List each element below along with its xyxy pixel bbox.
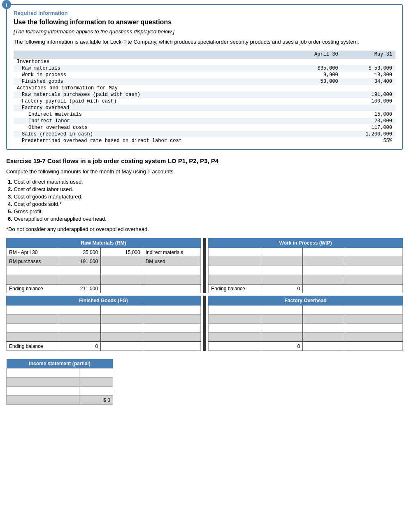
info-data-table: April 30 May 31 Inventories Raw material…: [14, 51, 395, 144]
t-left-label[interactable]: [209, 266, 261, 275]
t-left-val[interactable]: [59, 333, 101, 342]
t-left-label[interactable]: [7, 266, 59, 275]
t-right-label: [345, 333, 402, 342]
income-stmt-table: Income statement (partial) $ 0: [6, 359, 113, 405]
info-box: i Required information Use the following…: [6, 4, 403, 150]
t-left-val[interactable]: 0: [261, 284, 303, 293]
t-right-label: [143, 342, 200, 351]
info-row-april: [292, 124, 342, 131]
t-right-val[interactable]: [303, 257, 345, 266]
t-right-val[interactable]: [303, 342, 345, 351]
exercise-list-item: 4. Cost of goods sold.*: [8, 201, 403, 207]
income-val[interactable]: [79, 387, 113, 396]
exercise-list-item: 5. Gross profit.: [8, 208, 403, 215]
fo-title: Factory Overhead: [209, 296, 403, 306]
t-left-label[interactable]: [209, 333, 261, 342]
t-left-label[interactable]: [7, 275, 59, 284]
t-right-val[interactable]: [303, 306, 345, 315]
info-row-april: [292, 138, 342, 144]
info-row-may: 117,000: [342, 124, 395, 131]
t-left-val[interactable]: [59, 315, 101, 324]
t-right-val[interactable]: [101, 257, 143, 266]
info-row-may: [342, 58, 395, 65]
exercise-heading: Exercise 19-7 Cost flows in a job order …: [6, 157, 403, 164]
col-may: May 31: [342, 51, 395, 58]
t-left-label[interactable]: [7, 333, 59, 342]
t-left-val[interactable]: [261, 248, 303, 257]
income-val[interactable]: $ 0: [79, 396, 113, 405]
t-left-label[interactable]: [7, 324, 59, 333]
t-accounts-row-1: Raw Materials (RM) RM - April 30 35,000 …: [6, 238, 403, 293]
t-left-val[interactable]: 0: [261, 342, 303, 351]
income-statement-section: Income statement (partial) $ 0: [6, 359, 403, 405]
t-left-val[interactable]: [59, 275, 101, 284]
info-row-label: Activities and information for May: [14, 85, 292, 91]
t-left-val[interactable]: 0: [59, 342, 101, 351]
t-left-val[interactable]: [261, 275, 303, 284]
t-right-val[interactable]: [101, 324, 143, 333]
t-right-val[interactable]: [303, 315, 345, 324]
t-left-val[interactable]: [261, 266, 303, 275]
income-val[interactable]: [79, 378, 113, 387]
t-right-val[interactable]: [303, 284, 345, 293]
info-row-label: Predetermined overhead rate based on dir…: [14, 138, 292, 144]
info-row-label: Factory overhead: [14, 105, 292, 111]
t-right-val[interactable]: [303, 324, 345, 333]
t-left-label[interactable]: [209, 257, 261, 266]
sub-heading: [The following information applies to th…: [14, 28, 395, 35]
t-left-val[interactable]: 211,000: [59, 284, 101, 293]
exercise-section: Exercise 19-7 Cost flows in a job order …: [6, 157, 403, 232]
t-right-val[interactable]: [303, 333, 345, 342]
t-left-label[interactable]: [209, 315, 261, 324]
income-label[interactable]: [7, 396, 79, 405]
t-left-label[interactable]: [209, 248, 261, 257]
t-right-val[interactable]: [101, 315, 143, 324]
t-right-val[interactable]: [303, 266, 345, 275]
t-left-val[interactable]: [59, 324, 101, 333]
t-right-val[interactable]: [303, 248, 345, 257]
t-right-val[interactable]: [101, 306, 143, 315]
t-right-val[interactable]: [101, 333, 143, 342]
info-row-april: [292, 105, 342, 111]
info-row-label: Indirect labor: [14, 118, 292, 124]
t-left-label: Ending balance: [209, 284, 261, 293]
t-left-label[interactable]: [209, 324, 261, 333]
info-row-label: Finished goods: [14, 78, 292, 85]
t-right-label: Indirect materials: [143, 248, 200, 257]
t-left-val[interactable]: 191,000: [59, 257, 101, 266]
t-right-val[interactable]: [101, 284, 143, 293]
info-row-april: [292, 111, 342, 118]
info-row-label: Work in process: [14, 72, 292, 78]
t-left-val[interactable]: [261, 306, 303, 315]
t-right-val[interactable]: 15,000: [101, 248, 143, 257]
t-left-val[interactable]: [261, 333, 303, 342]
info-row-may: 34,400: [342, 78, 395, 85]
info-row-may: [342, 85, 395, 91]
t-left-val[interactable]: [261, 257, 303, 266]
t-left-val[interactable]: [261, 324, 303, 333]
info-row-april: [292, 118, 342, 124]
income-label[interactable]: [7, 378, 79, 387]
t-left-label[interactable]: RM purchases: [7, 257, 59, 266]
t-right-label: [345, 342, 402, 351]
t-left-val[interactable]: 35,000: [59, 248, 101, 257]
info-row-may: $ 53,000: [342, 65, 395, 72]
info-row-label: Raw materials purchases (paid with cash): [14, 91, 292, 98]
t-left-label[interactable]: [209, 306, 261, 315]
t-left-val[interactable]: [59, 266, 101, 275]
income-label[interactable]: [7, 387, 79, 396]
t-left-label[interactable]: [7, 315, 59, 324]
t-right-val[interactable]: [303, 275, 345, 284]
t-right-val[interactable]: [101, 266, 143, 275]
income-val[interactable]: [79, 369, 113, 378]
t-left-label[interactable]: [7, 306, 59, 315]
rm-title: Raw Materials (RM): [7, 238, 201, 248]
income-label[interactable]: [7, 369, 79, 378]
t-left-val[interactable]: [59, 306, 101, 315]
t-left-val[interactable]: [261, 315, 303, 324]
t-right-val[interactable]: [101, 275, 143, 284]
t-left-label[interactable]: RM - April 30: [7, 248, 59, 257]
finished-goods-t-account: Finished Goods (FG) Ending balance: [6, 296, 201, 351]
t-left-label[interactable]: [209, 275, 261, 284]
t-right-val[interactable]: [101, 342, 143, 351]
